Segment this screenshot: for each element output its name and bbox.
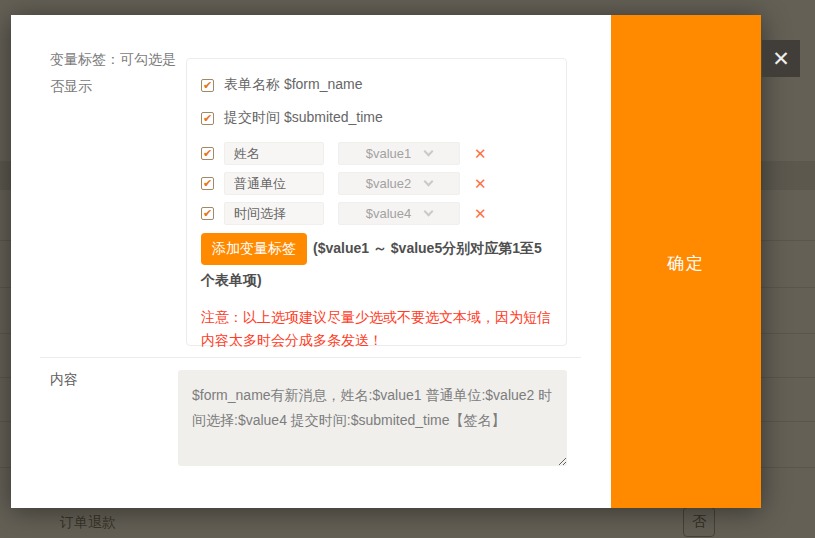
variable-row-checkbox[interactable]: ✔ bbox=[201, 147, 214, 160]
confirm-side-panel: 确定 bbox=[611, 15, 761, 508]
variable-value-select[interactable]: $value4 bbox=[338, 202, 460, 225]
chevron-down-icon bbox=[424, 207, 434, 217]
add-variable-tag-button[interactable]: 添加变量标签 bbox=[201, 233, 307, 265]
variable-value-select[interactable]: $value1 bbox=[338, 142, 460, 165]
submit-time-row: ✔ 提交时间 $submited_time bbox=[201, 109, 552, 127]
section-divider bbox=[40, 357, 581, 358]
remove-row-icon[interactable]: ✕ bbox=[474, 146, 487, 161]
add-variable-row: 添加变量标签($value1 ～ $value5分别对应第1至5个表单项) bbox=[201, 233, 552, 295]
sms-content-textarea[interactable]: $form_name有新消息，姓名:$value1 普通单位:$value2 时… bbox=[178, 370, 567, 466]
variable-tags-section-label: 变量标签：可勾选是否显示 bbox=[50, 46, 188, 100]
variable-field-input[interactable] bbox=[224, 142, 324, 165]
sms-warning-note: 注意：以上选项建议尽量少选或不要选文本域，因为短信内容太多时会分成多条发送！ bbox=[201, 306, 552, 352]
submit-time-label: 提交时间 $submited_time bbox=[224, 109, 383, 127]
chevron-down-icon bbox=[424, 147, 434, 157]
variable-row: ✔ $value1 ✕ bbox=[201, 142, 552, 165]
variable-row-checkbox[interactable]: ✔ bbox=[201, 207, 214, 220]
variable-value-selected: $value4 bbox=[366, 206, 412, 221]
dialog-content: 变量标签：可勾选是否显示 ✔ 表单名称 $form_name ✔ 提交时间 $s… bbox=[11, 15, 611, 508]
variable-row-checkbox[interactable]: ✔ bbox=[201, 177, 214, 190]
remove-row-icon[interactable]: ✕ bbox=[474, 206, 487, 221]
variable-value-select[interactable]: $value2 bbox=[338, 172, 460, 195]
form-name-checkbox[interactable]: ✔ bbox=[201, 79, 214, 92]
variable-row: ✔ $value4 ✕ bbox=[201, 202, 552, 225]
remove-row-icon[interactable]: ✕ bbox=[474, 176, 487, 191]
variable-row: ✔ $value2 ✕ bbox=[201, 172, 552, 195]
close-icon[interactable]: ✕ bbox=[762, 40, 800, 77]
form-name-label: 表单名称 $form_name bbox=[224, 76, 362, 94]
variable-field-input[interactable] bbox=[224, 202, 324, 225]
content-section-label: 内容 bbox=[50, 371, 78, 389]
submit-time-checkbox[interactable]: ✔ bbox=[201, 112, 214, 125]
sms-variable-tags-dialog: 变量标签：可勾选是否显示 ✔ 表单名称 $form_name ✔ 提交时间 $s… bbox=[11, 15, 761, 508]
variable-value-selected: $value2 bbox=[366, 176, 412, 191]
variable-tags-box: ✔ 表单名称 $form_name ✔ 提交时间 $submited_time … bbox=[186, 58, 567, 346]
chevron-down-icon bbox=[424, 177, 434, 187]
form-name-row: ✔ 表单名称 $form_name bbox=[201, 76, 552, 94]
confirm-button[interactable]: 确定 bbox=[611, 252, 761, 275]
variable-field-input[interactable] bbox=[224, 172, 324, 195]
variable-value-selected: $value1 bbox=[366, 146, 412, 161]
